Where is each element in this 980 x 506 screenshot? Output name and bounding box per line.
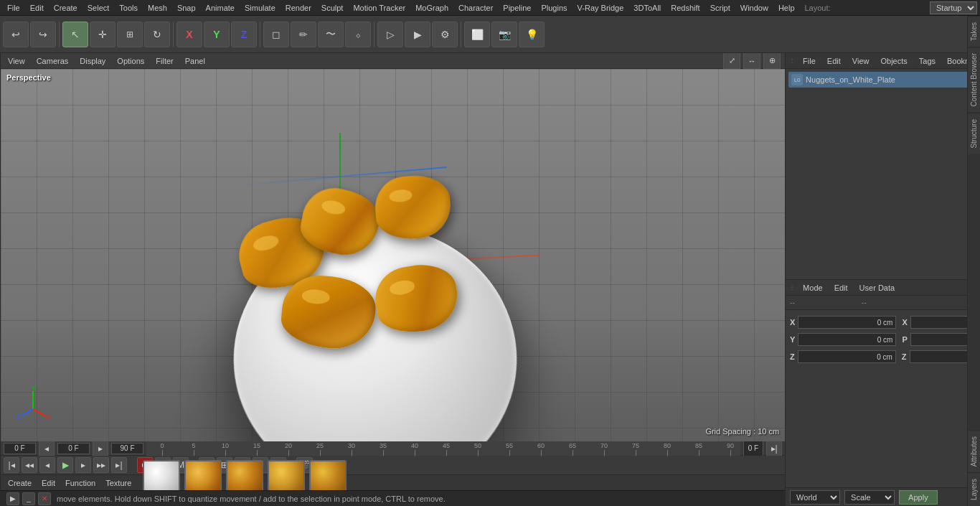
menu-window[interactable]: Window — [736, 2, 773, 14]
step-back-btn[interactable]: ◂◂ — [22, 457, 37, 473]
viewport-maximize-btn[interactable]: ⤢ — [723, 53, 740, 70]
minimize-btn[interactable]: _ — [22, 492, 35, 505]
current-frame-input[interactable] — [57, 443, 90, 454]
frame-step-fwd[interactable]: ▸ — [93, 441, 108, 456]
filter-menu[interactable]: Filter — [153, 55, 176, 67]
om-file-menu[interactable]: File — [798, 55, 820, 67]
viewport[interactable]: View Cameras Display Options Filter Pane… — [1, 53, 785, 441]
panel-menu[interactable]: Panel — [182, 55, 208, 67]
structure-tab[interactable]: Structure — [968, 113, 980, 154]
rotate-tool-button[interactable]: ↻ — [144, 22, 170, 47]
menu-animate[interactable]: Animate — [202, 2, 239, 14]
menu-snap[interactable]: Snap — [173, 2, 200, 14]
world-dropdown[interactable]: World — [790, 490, 840, 505]
scale-dropdown[interactable]: Scale — [844, 490, 895, 505]
mat-texture-menu[interactable]: Texture — [103, 477, 134, 489]
goto-start-btn[interactable]: |◂ — [4, 457, 19, 473]
extrude-tool-button[interactable]: ⬦ — [345, 22, 371, 47]
om-objects-menu[interactable]: Objects — [876, 55, 911, 67]
viewport-lock-btn[interactable]: ⊕ — [763, 53, 781, 70]
mat-create-menu[interactable]: Create — [5, 477, 34, 489]
coord-y-pos-input[interactable] — [798, 333, 896, 346]
om-object-icon: L0 — [791, 74, 803, 85]
camera-button[interactable]: 📷 — [491, 22, 517, 47]
select-tool-button[interactable]: ↖ — [62, 22, 88, 47]
content-browser-tab[interactable]: Content Browser — [968, 47, 980, 112]
x-axis-button[interactable]: X — [176, 22, 202, 47]
play-fwd-btn[interactable]: ▸ — [75, 457, 91, 473]
menu-tools[interactable]: Tools — [115, 2, 142, 14]
coord-z-pos-input[interactable] — [798, 350, 896, 363]
frame-goto-end[interactable]: ▸| — [766, 441, 782, 456]
attributes-tab[interactable]: Attributes — [968, 430, 980, 472]
cameras-menu[interactable]: Cameras — [34, 55, 72, 67]
frame-step-back[interactable]: ◂ — [39, 441, 55, 456]
timeline-ruler[interactable]: 0 5 10 15 20 25 30 35 40 45 50 55 60 65 — [146, 441, 740, 456]
om-edit-menu[interactable]: Edit — [823, 55, 845, 67]
pen-tool-button[interactable]: ✏ — [291, 22, 316, 47]
cube-tool-button[interactable]: ◻ — [263, 22, 289, 47]
move-tool-button[interactable]: ✛ — [90, 22, 116, 47]
start-frame-input[interactable] — [4, 443, 36, 454]
viewport-2d-btn[interactable]: ↔ — [743, 53, 760, 70]
menu-redshift[interactable]: Redshift — [666, 2, 704, 14]
render-button[interactable]: ▶ — [405, 22, 430, 47]
y-axis-button[interactable]: Y — [204, 22, 230, 47]
floor-button[interactable]: ⬜ — [464, 22, 490, 47]
menu-mograph[interactable]: MoGraph — [411, 2, 453, 14]
attr-edit-menu[interactable]: Edit — [830, 282, 852, 294]
goto-end-btn[interactable]: ▸| — [111, 457, 127, 473]
menu-motion-tracker[interactable]: Motion Tracker — [349, 2, 410, 14]
om-tags-menu[interactable]: Tags — [915, 55, 940, 67]
spline-tool-button[interactable]: 〜 — [318, 22, 344, 47]
end-frame-input[interactable] — [111, 443, 143, 454]
render-status-btn[interactable]: ▶ — [6, 492, 19, 505]
undo-button[interactable]: ↩ — [3, 22, 29, 47]
menu-character[interactable]: Character — [454, 2, 497, 14]
attr-userdata-menu[interactable]: User Data — [855, 282, 900, 294]
menu-select[interactable]: Select — [83, 2, 114, 14]
menu-simulate[interactable]: Simulate — [240, 2, 280, 14]
apply-button[interactable]: Apply — [899, 490, 938, 505]
coord-x-label2: X — [902, 318, 907, 327]
ruler-mark-5: 5 — [178, 441, 209, 456]
render-view-button[interactable]: ▷ — [377, 22, 403, 47]
close-btn[interactable]: ✕ — [38, 492, 51, 505]
menu-script[interactable]: Script — [706, 2, 735, 14]
options-menu[interactable]: Options — [114, 55, 147, 67]
render-settings-button[interactable]: ⚙ — [432, 22, 458, 47]
toolbar-separator-2 — [173, 22, 174, 47]
light-button[interactable]: 💡 — [519, 22, 545, 47]
ruler-mark-45: 45 — [430, 441, 462, 456]
z-axis-button[interactable]: Z — [231, 22, 257, 47]
om-view-menu[interactable]: View — [848, 55, 874, 67]
menu-vray[interactable]: V-Ray Bridge — [573, 2, 628, 14]
menu-pipeline[interactable]: Pipeline — [499, 2, 535, 14]
step-fwd-btn[interactable]: ▸▸ — [93, 457, 109, 473]
ruler-mark-65: 65 — [557, 441, 588, 456]
play-back-btn[interactable]: ◂ — [39, 457, 55, 473]
layout-select[interactable]: Startup — [930, 1, 977, 14]
scale-tool-button[interactable]: ⊞ — [117, 22, 143, 47]
attr-mode-menu[interactable]: Mode — [798, 282, 827, 294]
play-btn[interactable]: ▶ — [57, 457, 73, 473]
layers-tab[interactable]: Layers — [968, 472, 980, 506]
menu-sculpt[interactable]: Sculpt — [317, 2, 348, 14]
menu-file[interactable]: File — [3, 2, 24, 14]
view-menu[interactable]: View — [5, 55, 28, 67]
menu-3dtoall[interactable]: 3DToAll — [629, 2, 665, 14]
redo-button[interactable]: ↪ — [30, 22, 56, 47]
menu-render[interactable]: Render — [281, 2, 316, 14]
display-menu[interactable]: Display — [77, 55, 108, 67]
menu-plugins[interactable]: Plugins — [537, 2, 571, 14]
viewport-canvas[interactable]: Perspective — [1, 69, 785, 441]
om-object-row[interactable]: L0 Nuggets_on_White_Plate — [788, 72, 980, 88]
menu-create[interactable]: Create — [50, 2, 82, 14]
takes-tab[interactable]: Takes — [968, 16, 980, 47]
menu-help[interactable]: Help — [774, 2, 799, 14]
menu-edit[interactable]: Edit — [26, 2, 48, 14]
mat-edit-menu[interactable]: Edit — [39, 477, 58, 489]
coord-x-pos-input[interactable] — [798, 316, 896, 329]
mat-function-menu[interactable]: Function — [62, 477, 98, 489]
menu-mesh[interactable]: Mesh — [143, 2, 171, 14]
